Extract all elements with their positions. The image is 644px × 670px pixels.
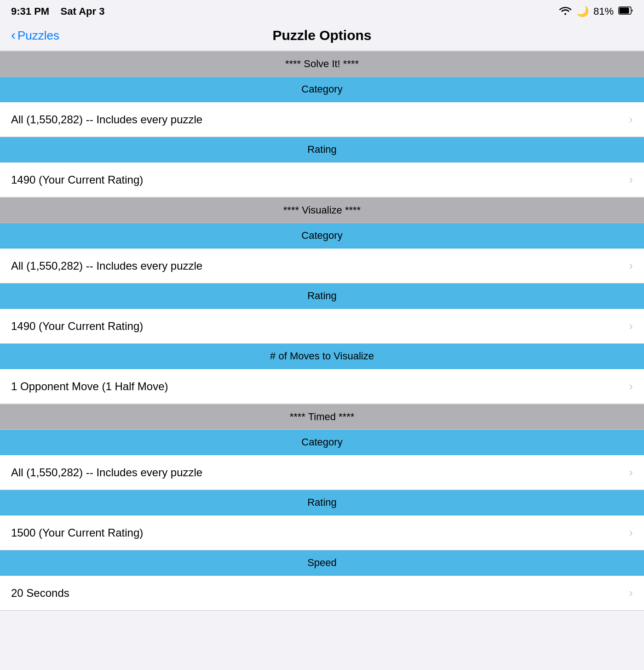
chevron-right-icon: › [629, 112, 633, 127]
list-item-text: 1490 (Your Current Rating) [11, 320, 623, 333]
section-header-timed: **** Timed **** [0, 404, 644, 430]
list-item[interactable]: All (1,550,282) -- Includes every puzzle… [0, 102, 644, 137]
chevron-right-icon: › [629, 526, 633, 540]
status-time: 9:31 PM [11, 6, 49, 17]
status-icons: 🌙 81% [559, 5, 633, 18]
nav-bar: ‹ Puzzles Puzzle Options [0, 23, 644, 51]
content-area: **** Solve It! ****CategoryAll (1,550,28… [0, 51, 644, 611]
list-item-text: 1500 (Your Current Rating) [11, 526, 623, 539]
chevron-right-icon: › [629, 259, 633, 273]
status-time-date: 9:31 PM Sat Apr 3 [11, 6, 104, 17]
list-item-text: All (1,550,282) -- Includes every puzzle [11, 466, 623, 479]
subsection-header-timed-speed: Speed [0, 550, 644, 576]
section-header-visualize: **** Visualize **** [0, 197, 644, 223]
back-button[interactable]: ‹ Puzzles [11, 29, 59, 43]
chevron-right-icon: › [629, 379, 633, 393]
status-date: Sat Apr 3 [61, 6, 105, 17]
chevron-right-icon: › [629, 319, 633, 333]
battery-icon [618, 6, 633, 17]
list-item-text: 20 Seconds [11, 587, 623, 600]
section-header-solve-it: **** Solve It! **** [0, 51, 644, 77]
status-bar: 9:31 PM Sat Apr 3 🌙 81% [0, 0, 644, 23]
list-item[interactable]: 1490 (Your Current Rating)› [0, 309, 644, 344]
subsection-header-timed-category: Category [0, 430, 644, 455]
list-item[interactable]: 1490 (Your Current Rating)› [0, 162, 644, 197]
list-item-text: All (1,550,282) -- Includes every puzzle [11, 113, 623, 126]
list-item[interactable]: All (1,550,282) -- Includes every puzzle… [0, 455, 644, 490]
list-item[interactable]: All (1,550,282) -- Includes every puzzle… [0, 248, 644, 283]
list-item[interactable]: 1 Opponent Move (1 Half Move)› [0, 369, 644, 404]
subsection-header-solve-it-rating: Rating [0, 137, 644, 162]
list-item[interactable]: 20 Seconds› [0, 576, 644, 611]
subsection-header-visualize-rating: Rating [0, 283, 644, 309]
back-chevron-icon: ‹ [11, 28, 16, 42]
page-title: Puzzle Options [272, 28, 371, 43]
chevron-right-icon: › [629, 173, 633, 187]
subsection-header-timed-rating: Rating [0, 490, 644, 515]
wifi-icon [559, 5, 572, 18]
subsection-header-visualize-#-of-moves-to-visualize: # of Moves to Visualize [0, 344, 644, 369]
subsection-header-solve-it-category: Category [0, 77, 644, 102]
chevron-right-icon: › [629, 465, 633, 479]
list-item-text: 1 Opponent Move (1 Half Move) [11, 380, 623, 393]
battery-text: 81% [593, 6, 614, 17]
list-item-text: 1490 (Your Current Rating) [11, 173, 623, 186]
subsection-header-visualize-category: Category [0, 223, 644, 248]
moon-icon: 🌙 [576, 6, 589, 17]
list-item-text: All (1,550,282) -- Includes every puzzle [11, 260, 623, 272]
svg-rect-1 [620, 7, 629, 13]
back-label: Puzzles [17, 29, 59, 43]
list-item[interactable]: 1500 (Your Current Rating)› [0, 515, 644, 550]
chevron-right-icon: › [629, 586, 633, 600]
